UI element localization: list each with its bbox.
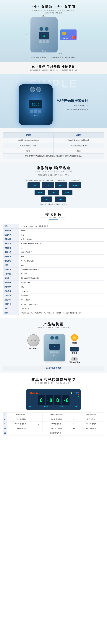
- hero-subtitle-cn: —— 先进的安全保护 就在您身边 ——: [0, 12, 107, 14]
- structure-buttons: ⏻ 开机键/确认键: [69, 357, 79, 364]
- alert-heading-cn: 独特声光振报警设计: [57, 98, 88, 103]
- symbol-num-8: 8: [34, 422, 43, 426]
- ops-yes-3: YE5: [62, 190, 72, 195]
- params-value-2: 单量：0-100ppm: [19, 237, 104, 242]
- symbol-num-9: 9: [70, 422, 78, 426]
- lcd-alarm-s: S: [29, 392, 32, 394]
- params-row-18: 重量 150g（含量）: [3, 306, 104, 311]
- params-label-2: 测量范围: [3, 237, 19, 242]
- ops-yes-1: YE5: [35, 190, 45, 195]
- structure-title-en: PRODUCT STRUCTURE DRAWING: [3, 326, 104, 328]
- params-value-4: ppm: [19, 246, 104, 250]
- ops-screen-3: 报警警报设置 05:00: [55, 180, 67, 188]
- structure-light: 报示灯: [69, 334, 79, 344]
- hero-description: 迷你小巧轻便 和银行卡比起来相差无几 轻巧便携 检测随心: [3, 56, 104, 59]
- lcd-digit-3: 8: [54, 396, 61, 405]
- params-label-3: 测量精度: [3, 242, 19, 246]
- ops-bottom-text: 智能方式一键操作 使用起到安全放心: [3, 203, 104, 206]
- lcd-bottom-row: AL-L AL-H ZERO CAL: [29, 406, 78, 408]
- symbol-row-2: 4 USB充电指示符 5 声音报警指示符 6 蓝牙指示符: [3, 417, 104, 422]
- params-row-19: 附件 充电适配器一个、充电线缆线一条、鳄鱼夹一条、遮阳盖一只、合格证保修卡各一张: [3, 311, 104, 315]
- alert-sub2: 高低报警值时能够迅速提醒: [57, 108, 88, 111]
- lcd-side-indicators: [78, 392, 79, 397]
- lcd-divider: [49, 384, 58, 385]
- display-icon: LCD: [70, 347, 78, 352]
- lcd-top-indicators: S ALARM ◄ 🔋 ⚡ 🔵: [29, 392, 78, 394]
- alert-sub1: 让气体浓度在达到: [57, 104, 88, 107]
- symbol-text-7: %VOL单位符号: [7, 422, 34, 426]
- ops-no-2: no: [55, 196, 66, 202]
- lcd-display-area: S ALARM ◄ 🔋 ⚡ 🔵 8 ·8 8 ·8 AL-L: [26, 389, 81, 410]
- ops-lcd-1: 8.888: [28, 182, 40, 188]
- symbol-table: 1 电量指示符号 2 数据符存储符号 3 报警指示符号 4 USB充电指示符 5…: [3, 412, 104, 436]
- structure-title-cn: 产品结构图: [3, 322, 104, 326]
- params-label-4: 读数单位: [3, 246, 19, 250]
- led-dot-3: [78, 396, 79, 397]
- alert-low-2: 红蓝报警指示灯闪烁: [3, 143, 54, 148]
- buttons-label: 开机键/确认键: [69, 361, 79, 364]
- params-label-9: 电池容量: [3, 268, 19, 272]
- lcd-right-icons: 🔋 ⚡ 🔵: [70, 392, 78, 394]
- lcd-alarm-s-group: S ALARM ◄: [29, 392, 40, 394]
- symbol-text-12: 高报警设置符: [78, 426, 104, 431]
- structure-center: 8 hider: [44, 334, 65, 361]
- alert-low-3: 振动: [3, 148, 54, 154]
- params-title-cn: 技术参数: [3, 212, 104, 217]
- lcd-cal: CAL: [75, 406, 78, 408]
- ops-section: 操作简单 响应迅速 THE OPERATION IS SIMPLE AND QU…: [0, 162, 107, 208]
- symbol-text-3: 报警指示符号: [78, 412, 104, 417]
- simple-device-wrap: 18.5 hider 独特声光振报警设计 让气体浓度在达到 高低报警值时能够迅速…: [3, 84, 104, 125]
- params-row-8: 电压 3.7V: [3, 263, 104, 268]
- params-label-18: 重量: [3, 306, 19, 311]
- structure-device-screen: 8: [49, 344, 60, 350]
- lcd-al-l: AL-L: [29, 406, 33, 408]
- ops-yes-2: YE5: [48, 190, 59, 195]
- bank-card-image: ABG银行卡: [60, 30, 76, 40]
- alert-low-header: 低警报: [3, 132, 54, 138]
- light-icon: [71, 334, 78, 341]
- size-d: 4cm: [59, 53, 62, 54]
- params-label-6: 操作语言: [3, 254, 19, 259]
- device-sensors: [30, 87, 41, 92]
- sensor-label: 气体传感区: [29, 348, 38, 350]
- params-header: 技术参数 TECHNICAL PARAMETERS: [3, 211, 104, 222]
- params-label-14: 工作温度: [3, 289, 19, 294]
- structure-sensor: ⊙⊙⊙⊙ 气体传感区: [27, 334, 40, 350]
- hero-en: A LITTLE ACTION MAKES A BIG DIFFERENCE: [0, 10, 107, 11]
- alert-row-2: 红蓝报警指示灯闪烁 红蓝报警指示灯闪烁: [3, 143, 104, 148]
- ops-title-en: THE OPERATION IS SIMPLE AND QUICK: [3, 170, 104, 172]
- params-row-10: 工作时间 250小时: [3, 272, 104, 276]
- params-value-12: ExD dII B T1: [19, 280, 104, 285]
- params-row-13: 防护等级 IP65: [3, 285, 104, 289]
- ops-yes-row: YE5 YE5 YE5: [3, 190, 104, 195]
- alert-combined: 开启报警配声光和振动同时提示 同时给控制器高低报警优先高报警驱动作: [3, 154, 104, 159]
- card-chip: [62, 32, 66, 34]
- ops-screen-2: 查看警报显示情况 0: [42, 180, 54, 188]
- lcd-title-cn: 液晶显示屏标识符号意义: [3, 378, 104, 382]
- symbol-row-5: 13 低报警设置单单: [3, 431, 104, 436]
- symbol-num-7: 7: [3, 422, 7, 426]
- params-row-15: 工作湿度 5~90%RH: [3, 294, 104, 298]
- ops-divider: [49, 173, 58, 173]
- params-row-12: 防爆级别 ExD dII B T1: [3, 280, 104, 285]
- params-value-15: 5~90%RH: [19, 294, 104, 298]
- params-value-1: 四合一: [19, 233, 104, 237]
- params-value-16: ABS工程塑料: [19, 298, 104, 302]
- buttons-icon: ⏻: [71, 357, 78, 360]
- simple-section: SIMPLE 18.5 hider 独: [0, 74, 107, 128]
- params-row-1: 检测气体 四合一: [3, 233, 104, 237]
- symbol-row-1: 1 电量指示符号 2 数据符存储符号 3 报警指示符号: [3, 412, 104, 417]
- lcd-section: 液晶显示屏标识符号意义 LCD screen logo symbol meani…: [0, 374, 107, 438]
- lcd-digit-4: ·8: [62, 396, 69, 405]
- structure-right-labels: 报示灯 LCD 显示屏 ⏻ 开机键/确认键: [69, 334, 79, 364]
- alert-row-3: 振动 振动: [3, 148, 104, 154]
- hero-device-image: 8 hider: [31, 17, 58, 52]
- symbol-text-11: 校正状态指示符: [43, 426, 70, 431]
- params-label-7: 智能警告: [3, 259, 19, 263]
- hero-device-container: 13cm 9.2cm 8: [31, 17, 58, 52]
- ops-screen-1-label: 开机自检检查系统人员测试: [26, 180, 41, 182]
- symbol-text-1: 电量指示符号: [7, 412, 34, 417]
- ops-screen-4: 对时间安全设置 02:00: [68, 180, 81, 188]
- params-divider: [49, 220, 58, 220]
- params-row-4: 读数单位 ppm: [3, 246, 104, 250]
